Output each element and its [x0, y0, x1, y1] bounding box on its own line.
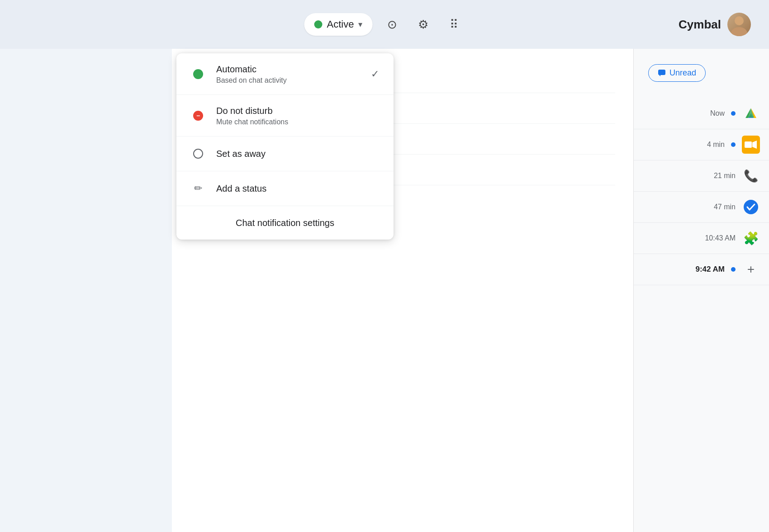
sidebar-row-now: Now	[634, 98, 769, 129]
automatic-subtitle: Based on chat activity	[216, 76, 379, 85]
pencil-icon: ✏	[194, 183, 202, 194]
plus-button[interactable]: +	[742, 260, 760, 278]
away-status-dot	[193, 149, 203, 159]
header: Active ▾ ⊙ ⚙ ⠿ Cymbal	[0, 0, 769, 49]
user-avatar[interactable]	[727, 13, 751, 36]
time-4min: 4 min	[707, 141, 725, 149]
svg-point-11	[744, 200, 758, 214]
sidebar-row-1043: 10:43 AM 🧩	[634, 223, 769, 254]
dnd-title: Do not disturb	[216, 105, 379, 117]
svg-rect-9	[745, 141, 752, 148]
status-dropdown: Automatic Based on chat activity ✓ Do no…	[176, 53, 394, 240]
header-right: Cymbal	[679, 13, 751, 36]
cymbal-logo: Cymbal	[679, 18, 721, 32]
unread-dot-now	[731, 111, 736, 116]
gear-icon: ⚙	[418, 18, 428, 32]
away-title: Set as away	[216, 148, 379, 160]
chevron-down-icon: ▾	[358, 19, 362, 29]
notification-settings-title: Chat notification settings	[236, 217, 334, 229]
drive-icon	[742, 104, 760, 122]
help-button[interactable]: ⊙	[381, 14, 403, 35]
status-button[interactable]: Active ▾	[304, 13, 373, 36]
active-status-dot	[314, 20, 323, 28]
away-icon	[191, 146, 205, 161]
plus-icon: +	[747, 262, 755, 277]
grid-icon: ⠿	[450, 18, 458, 32]
menu-item-automatic[interactable]: Automatic Based on chat activity ✓	[176, 53, 394, 95]
svg-marker-3	[659, 75, 660, 76]
red-status-dot	[193, 111, 203, 121]
menu-item-notification-settings[interactable]: Chat notification settings	[176, 206, 394, 240]
time-942: 9:42 AM	[695, 265, 725, 274]
time-now: Now	[710, 109, 725, 118]
chat-bubble-icon	[658, 69, 666, 77]
add-status-title: Add a status	[216, 183, 379, 194]
time-47min: 47 min	[714, 203, 736, 211]
away-text: Set as away	[216, 148, 379, 160]
unread-dot-4min	[731, 142, 736, 147]
help-icon: ⊙	[387, 18, 397, 32]
svg-marker-10	[752, 141, 757, 149]
tasks-check-icon	[743, 199, 759, 215]
time-21min: 21 min	[714, 172, 736, 180]
sidebar-row-942: 9:42 AM +	[634, 254, 769, 285]
unread-label: Unread	[669, 68, 696, 78]
check-icon: ✓	[371, 68, 379, 80]
settings-button[interactable]: ⚙	[412, 14, 434, 35]
puzzle-icon: 🧩	[743, 231, 759, 246]
menu-item-away[interactable]: Set as away	[176, 137, 394, 171]
sidebar-row-21min: 21 min 📞	[634, 160, 769, 192]
puzzle-icon-wrap: 🧩	[742, 229, 760, 247]
add-status-text: Add a status	[216, 183, 379, 194]
sidebar-row-4min: 4 min	[634, 129, 769, 160]
dnd-subtitle: Mute chat notifications	[216, 118, 379, 126]
dnd-text: Do not disturb Mute chat notifications	[216, 105, 379, 126]
pencil-icon-wrap: ✏	[191, 181, 205, 196]
right-sidebar: Unread Now 4 min	[633, 49, 769, 532]
menu-item-add-status[interactable]: ✏ Add a status	[176, 171, 394, 206]
automatic-title: Automatic	[216, 63, 379, 75]
header-center: Active ▾ ⊙ ⚙ ⠿	[304, 13, 465, 36]
tasks-icon-wrap	[742, 198, 760, 216]
dnd-icon	[191, 108, 205, 123]
svg-point-1	[731, 27, 747, 36]
unread-filter-pill[interactable]: Unread	[648, 64, 706, 82]
phone-icon-wrap: 📞	[742, 167, 760, 185]
phone-icon: 📞	[744, 169, 758, 183]
svg-point-0	[735, 16, 744, 25]
avatar-image	[727, 13, 751, 36]
automatic-icon	[191, 67, 205, 81]
meet-icon	[742, 136, 760, 154]
svg-rect-2	[658, 70, 665, 75]
sidebar-row-47min: 47 min	[634, 192, 769, 223]
unread-dot-942	[731, 267, 736, 272]
status-label: Active	[327, 19, 354, 30]
automatic-text: Automatic Based on chat activity	[216, 63, 379, 85]
time-1043: 10:43 AM	[705, 234, 736, 242]
menu-item-do-not-disturb[interactable]: Do not disturb Mute chat notifications	[176, 95, 394, 137]
apps-button[interactable]: ⠿	[443, 14, 465, 35]
green-status-dot	[193, 69, 203, 79]
